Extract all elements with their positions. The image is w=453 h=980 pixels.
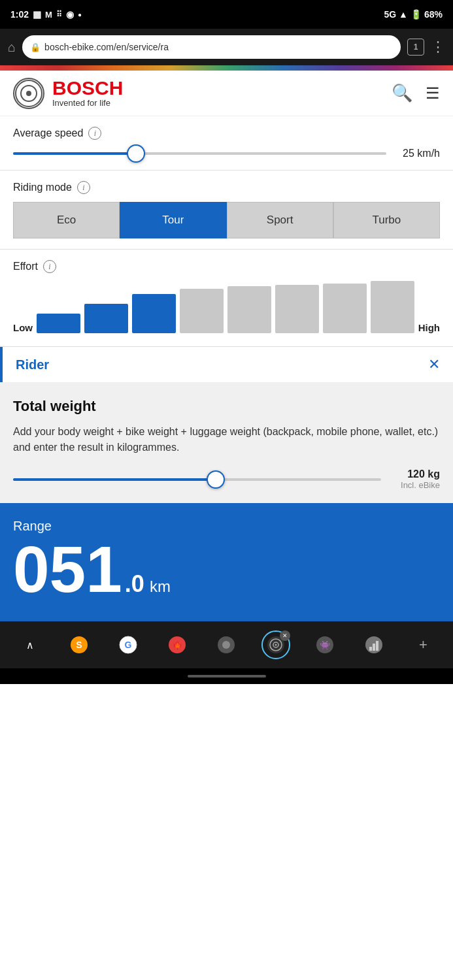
- weight-value-area: 120 kg Incl. eBike: [388, 468, 440, 490]
- svg-rect-18: [369, 647, 372, 651]
- effort-bar-2[interactable]: [84, 304, 128, 333]
- speed-info-icon[interactable]: i: [88, 127, 101, 140]
- range-number: 051: [13, 536, 122, 602]
- close-icon[interactable]: ✕: [428, 356, 440, 373]
- riding-mode-section: Riding mode i Eco Tour Sport Turbo: [0, 171, 453, 250]
- bosch-logo-area: BOSCH Invented for life: [13, 78, 123, 109]
- home-icon[interactable]: ⌂: [8, 40, 16, 55]
- grid-icon: ⠿: [56, 10, 62, 19]
- nav-circle-icon[interactable]: [212, 630, 241, 659]
- svg-text:👾: 👾: [320, 640, 331, 651]
- tab-count[interactable]: 1: [407, 39, 424, 56]
- speed-label-row: Average speed i: [13, 127, 440, 140]
- speed-slider-track[interactable]: [13, 152, 386, 155]
- weight-slider-thumb[interactable]: [207, 470, 225, 489]
- bosch-tagline: Invented for life: [52, 98, 123, 108]
- nav-snapchat-icon[interactable]: S: [65, 630, 93, 659]
- nav-google-icon[interactable]: G: [114, 630, 143, 659]
- weight-slider-container: 120 kg Incl. eBike: [13, 468, 440, 490]
- svg-point-10: [222, 641, 230, 649]
- nav-chart-icon[interactable]: [360, 630, 388, 659]
- riding-mode-label-row: Riding mode i: [13, 181, 440, 194]
- home-bar: [188, 675, 266, 678]
- effort-bar-4[interactable]: [180, 289, 224, 333]
- speed-slider-container: 25 km/h: [13, 148, 440, 159]
- mode-eco-button[interactable]: Eco: [13, 202, 120, 238]
- status-right: 5G ▲ 🔋 68%: [384, 9, 443, 20]
- nav-bosch-icon[interactable]: ✕: [261, 630, 290, 659]
- total-weight-title: Total weight: [13, 398, 440, 415]
- home-indicator: [0, 668, 453, 684]
- speed-value: 25 km/h: [394, 148, 440, 159]
- effort-label: Effort: [13, 261, 38, 272]
- svg-text:🍁: 🍁: [173, 640, 182, 650]
- calendar-icon: ▦: [33, 9, 41, 20]
- speed-slider-thumb[interactable]: [127, 144, 145, 163]
- riding-mode-info-icon[interactable]: i: [77, 181, 90, 194]
- bosch-header: BOSCH Invented for life 🔍 ☰: [0, 71, 453, 116]
- effort-section: Effort i Low High: [0, 250, 453, 347]
- rider-title: Rider: [16, 357, 49, 372]
- bosch-circle-logo: [13, 78, 44, 109]
- speed-slider-fill: [13, 152, 136, 155]
- url-text: bosch-ebike.com/en/service/ra: [44, 42, 169, 52]
- range-decimal: .0: [125, 570, 144, 598]
- total-weight-description: Add your body weight + bike weight + lug…: [13, 424, 440, 455]
- url-bar[interactable]: 🔒 bosch-ebike.com/en/service/ra: [22, 35, 401, 59]
- svg-rect-19: [373, 644, 375, 651]
- effort-bars-row: Low High: [13, 281, 440, 333]
- main-content: Average speed i 25 km/h Riding mode i Ec…: [0, 116, 453, 621]
- bosch-text-area: BOSCH Invented for life: [52, 78, 123, 108]
- effort-label-row: Effort i: [13, 260, 440, 273]
- svg-point-14: [275, 644, 277, 646]
- signal-icon: ▲: [399, 9, 408, 20]
- effort-low-label: Low: [13, 322, 33, 333]
- battery-icon: 🔋: [411, 9, 422, 20]
- rider-section: Rider ✕: [0, 347, 453, 382]
- nav-maple-icon[interactable]: 🍁: [163, 630, 192, 659]
- riding-mode-label: Riding mode: [13, 182, 72, 193]
- nav-alien-icon[interactable]: 👾: [310, 630, 339, 659]
- rainbow-bar: [0, 65, 453, 71]
- weight-value: 120 kg: [388, 468, 440, 480]
- svg-rect-20: [376, 641, 378, 651]
- nav-up-icon[interactable]: ∧: [16, 630, 44, 659]
- status-left: 1:02 ▦ M ⠿ ◉ ●: [10, 9, 82, 20]
- mode-turbo-button[interactable]: Turbo: [333, 202, 440, 238]
- effort-bar-6[interactable]: [275, 285, 319, 333]
- status-bar: 1:02 ▦ M ⠿ ◉ ● 5G ▲ 🔋 68%: [0, 0, 453, 29]
- effort-bar-8[interactable]: [371, 281, 414, 333]
- svg-text:S: S: [76, 640, 82, 650]
- effort-bar-5[interactable]: [227, 286, 271, 333]
- search-icon[interactable]: 🔍: [392, 83, 412, 103]
- mode-tour-button[interactable]: Tour: [120, 202, 226, 238]
- svg-text:G: G: [125, 640, 132, 650]
- browser-menu-icon[interactable]: ⋮: [431, 39, 445, 56]
- battery-percent: 68%: [424, 9, 443, 20]
- nav-bosch-badge: ✕: [280, 630, 290, 641]
- effort-bar-3[interactable]: [132, 294, 176, 333]
- range-unit: km: [150, 578, 171, 596]
- effort-bar-1[interactable]: [37, 314, 80, 333]
- mode-sport-button[interactable]: Sport: [227, 202, 333, 238]
- menu-icon[interactable]: ☰: [426, 84, 440, 103]
- gmail-icon: M: [45, 10, 52, 20]
- vpn-icon: ◉: [66, 9, 74, 20]
- effort-bar-7[interactable]: [323, 284, 367, 333]
- effort-high-label: High: [418, 322, 440, 333]
- speed-label: Average speed: [13, 127, 83, 139]
- effort-info-icon[interactable]: i: [43, 260, 56, 273]
- bosch-header-icons: 🔍 ☰: [392, 83, 440, 103]
- mode-buttons: Eco Tour Sport Turbo: [13, 202, 440, 238]
- svg-point-2: [26, 91, 31, 96]
- weight-slider-fill: [13, 478, 216, 481]
- bars-container: [37, 281, 414, 333]
- time-display: 1:02: [10, 9, 29, 20]
- dot-icon: ●: [78, 11, 82, 18]
- total-weight-section: Total weight Add your body weight + bike…: [0, 382, 453, 503]
- weight-slider-track[interactable]: [13, 478, 381, 481]
- range-section: Range 051 .0 km: [0, 503, 453, 621]
- range-value: 051 .0 km: [13, 536, 440, 602]
- range-label: Range: [13, 519, 440, 534]
- nav-add-icon[interactable]: +: [409, 630, 437, 659]
